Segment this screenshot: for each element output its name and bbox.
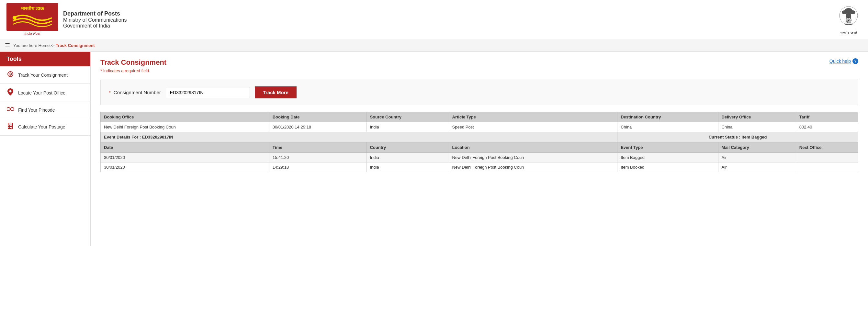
event2-next-office [796, 163, 858, 172]
event-row-2: 30/01/2020 14:29:18 India New Delhi Fore… [101, 163, 858, 172]
breadcrumb-prefix: You are here Home>> [13, 43, 56, 48]
svg-point-22 [7, 107, 10, 111]
col-booking-date: Booking Date [269, 112, 367, 122]
consignment-input[interactable] [166, 87, 250, 98]
col-tariff: Tariff [796, 112, 858, 122]
svg-rect-27 [8, 125, 9, 126]
svg-point-20 [10, 74, 11, 75]
svg-rect-28 [10, 125, 11, 126]
target-icon [6, 71, 14, 79]
event-col-date: Date [101, 142, 269, 153]
event-col-next-office: Next Office [796, 142, 858, 153]
required-note: * Indicates a required field. [100, 68, 858, 73]
svg-rect-24 [10, 108, 11, 110]
main-layout: Tools Track Your Consignment Locate Your… [0, 52, 868, 246]
svg-rect-29 [11, 125, 12, 126]
svg-text:भारतीय डाक: भारतीय डाक [21, 5, 44, 11]
sidebar-label-locate: Locate Your Post Office [18, 90, 65, 96]
col-booking-office: Booking Office [101, 112, 269, 122]
event1-next-office [796, 153, 858, 163]
event1-time: 15:41:20 [269, 153, 367, 163]
delivery-office-cell: China [718, 122, 796, 132]
sidebar-title: Tools [0, 52, 90, 66]
content-title: Track Consignment [100, 58, 166, 67]
svg-point-23 [11, 107, 14, 111]
svg-text:India Post: India Post [25, 31, 41, 35]
article-type-cell: Speed Post [449, 122, 617, 132]
event-col-time: Time [269, 142, 367, 153]
dept-line1: Department of Posts [63, 10, 127, 17]
event2-time: 14:29:18 [269, 163, 367, 172]
event-col-country: Country [367, 142, 449, 153]
location-pin-icon [6, 88, 14, 97]
booking-date-cell: 30/01/2020 14:29:18 [269, 122, 367, 132]
header-left: भारतीय डाक India Post Department of Post… [6, 3, 127, 36]
breadcrumb: You are here Home>> Track Consignment [13, 43, 95, 48]
event-header-row: Date Time Country Location Event Type Ma… [101, 142, 858, 153]
ashoka-emblem [836, 4, 862, 30]
calculator-icon [6, 123, 14, 131]
sidebar: Tools Track Your Consignment Locate Your… [0, 52, 91, 246]
sidebar-item-locate-post-office[interactable]: Locate Your Post Office [0, 84, 90, 102]
required-note-text: Indicates a required field. [103, 68, 150, 73]
col-article-type: Article Type [449, 112, 617, 122]
hamburger-icon[interactable]: ☰ [5, 42, 10, 49]
breadcrumb-link[interactable]: Track Consignment [56, 43, 95, 48]
question-mark-icon: ? [852, 58, 858, 64]
col-dest-country: Destination Country [617, 112, 718, 122]
event2-date: 30/01/2020 [101, 163, 269, 172]
booking-data-row: New Delhi Foreign Post Booking Coun 30/0… [101, 122, 858, 132]
quick-help-link[interactable]: Quick help ? [830, 58, 858, 64]
col-delivery-office: Delivery Office [718, 112, 796, 122]
content-header: Track Consignment Quick help ? [100, 58, 858, 67]
event1-date: 30/01/2020 [101, 153, 269, 163]
header-right: सत्यमेव जयते [836, 4, 862, 35]
booking-header-row: Booking Office Booking Date Source Count… [101, 112, 858, 122]
event1-mail-cat: Air [718, 153, 796, 163]
sidebar-item-find-pincode[interactable]: Find Your Pincode [0, 102, 90, 118]
sidebar-label-postage: Calculate Your Postage [18, 124, 65, 129]
event-details-label-right: Current Status : Item Bagged [617, 132, 858, 142]
event2-location: New Delhi Foreign Post Booking Coun [449, 163, 617, 172]
dept-line2: Ministry of Communications [63, 17, 127, 23]
booking-table: Booking Office Booking Date Source Count… [100, 112, 858, 172]
content-area: Track Consignment Quick help ? * Indicat… [91, 52, 868, 246]
dept-line3: Government of India [63, 23, 127, 29]
event-col-event-type: Event Type [617, 142, 718, 153]
event-col-location: Location [449, 142, 617, 153]
sidebar-item-calculate-postage[interactable]: Calculate Your Postage [0, 118, 90, 136]
svg-rect-31 [10, 127, 11, 128]
col-source-country: Source Country [367, 112, 449, 122]
dept-info: Department of Posts Ministry of Communic… [63, 10, 127, 29]
svg-rect-8 [846, 13, 851, 18]
event1-country: India [367, 153, 449, 163]
satyamev-text: सत्यमेव जयते [840, 31, 857, 35]
svg-point-17 [849, 24, 851, 25]
asterisk: * [100, 68, 103, 73]
logo-svg: भारतीय डाक India Post [6, 3, 58, 36]
binoculars-icon [6, 106, 14, 113]
page-header: भारतीय डाक India Post Department of Post… [0, 0, 868, 39]
event-row-1: 30/01/2020 15:41:20 India New Delhi Fore… [101, 153, 858, 163]
event-details-label-row: Event Details For : ED332029817IN Curren… [101, 132, 858, 142]
booking-office-cell: New Delhi Foreign Post Booking Coun [101, 122, 269, 132]
dest-country-cell: China [617, 122, 718, 132]
event-col-mail-cat: Mail Category [718, 142, 796, 153]
svg-point-2 [12, 16, 17, 20]
india-post-logo: भारतीय डाक India Post [6, 3, 58, 36]
navbar: ☰ You are here Home>> Track Consignment [0, 39, 868, 52]
consignment-label-text: Consignment Number [114, 90, 161, 95]
event2-country: India [367, 163, 449, 172]
svg-rect-32 [11, 127, 12, 129]
track-more-button[interactable]: Track More [255, 87, 297, 98]
track-form: * Consignment Number Track More [100, 79, 858, 105]
quick-help-label: Quick help [830, 59, 851, 64]
sidebar-item-track-consignment[interactable]: Track Your Consignment [0, 66, 90, 84]
source-country-cell: India [367, 122, 449, 132]
svg-point-16 [846, 24, 848, 25]
event1-type: Item Bagged [617, 153, 718, 163]
consignment-label: * Consignment Number [109, 90, 161, 95]
sidebar-label-track: Track Your Consignment [18, 72, 68, 78]
sidebar-label-pincode: Find Your Pincode [18, 107, 55, 113]
event-details-label-left: Event Details For : ED332029817IN [101, 132, 617, 142]
